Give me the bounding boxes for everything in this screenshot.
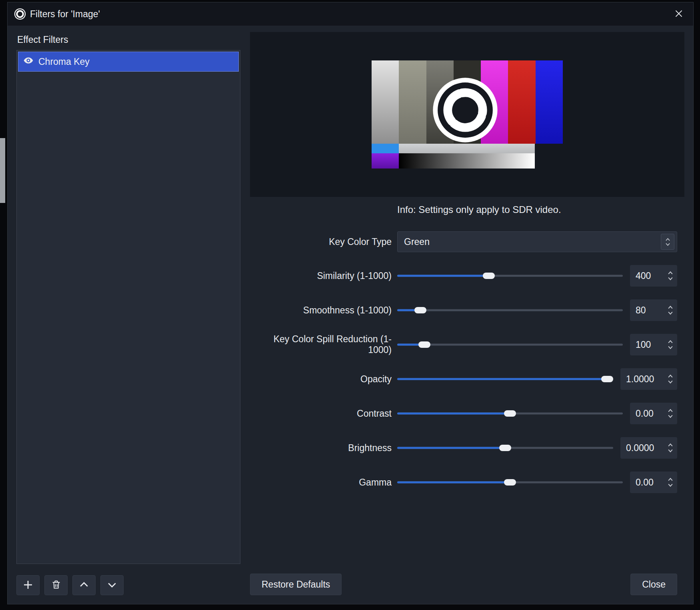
- opacity-slider[interactable]: [397, 368, 613, 390]
- close-button[interactable]: Close: [630, 574, 677, 595]
- contrast-label: Contrast: [250, 408, 397, 419]
- filters-toolbar: [16, 575, 240, 595]
- spin-down-button[interactable]: [668, 483, 673, 487]
- spill-reduction-row: Key Color Spill Reduction (1-1000) 100: [250, 334, 684, 355]
- chevron-down-icon: [106, 579, 118, 592]
- slider-fill: [397, 413, 510, 415]
- spill-reduction-label: Key Color Spill Reduction (1-1000): [250, 334, 397, 355]
- opacity-spinbox[interactable]: 1.0000: [620, 368, 677, 390]
- filter-item-label: Chroma Key: [38, 56, 90, 67]
- spin-up-button[interactable]: [668, 340, 673, 344]
- slider-fill: [397, 447, 505, 449]
- close-window-button[interactable]: [670, 5, 688, 23]
- spin-value: 0.00: [636, 408, 666, 419]
- obs-logo-icon: [14, 8, 26, 20]
- slider-handle[interactable]: [483, 273, 495, 279]
- filter-preview: [250, 32, 684, 197]
- similarity-slider[interactable]: [397, 265, 623, 287]
- dialog-footer: Restore Defaults Close: [250, 574, 684, 595]
- slider-handle[interactable]: [504, 410, 516, 417]
- close-icon: [674, 8, 684, 20]
- filter-settings-panel: Info: Settings only apply to SDR video. …: [250, 32, 684, 595]
- filters-dialog: Filters for 'Image' Effect Filters: [7, 2, 694, 604]
- spin-up-button[interactable]: [668, 271, 673, 275]
- spin-value: 80: [636, 305, 666, 316]
- brightness-row: Brightness 0.0000: [250, 437, 684, 459]
- key-color-type-label: Key Color Type: [250, 237, 397, 247]
- trash-icon: [51, 579, 62, 591]
- spin-up-button[interactable]: [668, 478, 673, 482]
- gamma-spinbox[interactable]: 0.00: [630, 472, 677, 493]
- effect-filters-panel: Effect Filters Chroma Key: [16, 32, 240, 595]
- contrast-spinbox[interactable]: 0.00: [630, 403, 677, 424]
- filter-controls: Key Color Type Green Similarity (1-1000): [250, 231, 684, 506]
- window-title: Filters for 'Image': [30, 9, 100, 20]
- plus-icon: [22, 579, 34, 592]
- spin-down-button[interactable]: [668, 414, 673, 418]
- spin-buttons: [666, 271, 675, 281]
- spill-reduction-spinbox[interactable]: 100: [630, 334, 677, 355]
- gamma-label: Gamma: [250, 477, 397, 488]
- smoothness-label: Smoothness (1-1000): [250, 305, 397, 316]
- move-filter-up-button[interactable]: [72, 575, 96, 595]
- spin-down-button[interactable]: [668, 311, 673, 315]
- gamma-row: Gamma 0.00: [250, 472, 684, 493]
- spin-up-button[interactable]: [668, 409, 673, 413]
- slider-handle[interactable]: [418, 341, 430, 348]
- filter-item-chroma-key[interactable]: Chroma Key: [18, 52, 239, 72]
- spin-up-button[interactable]: [668, 305, 673, 309]
- spin-value: 400: [636, 271, 666, 281]
- contrast-row: Contrast 0.00: [250, 403, 684, 424]
- spin-down-button[interactable]: [668, 345, 673, 349]
- titlebar: Filters for 'Image': [8, 2, 693, 26]
- slider-handle[interactable]: [504, 479, 516, 486]
- spin-buttons: [666, 374, 675, 384]
- brightness-slider[interactable]: [397, 437, 613, 459]
- slider-handle[interactable]: [414, 307, 426, 313]
- add-filter-button[interactable]: [16, 575, 40, 595]
- restore-defaults-button[interactable]: Restore Defaults: [250, 574, 342, 595]
- pattern-strip-gradient: [372, 153, 535, 169]
- spin-down-button[interactable]: [668, 380, 673, 384]
- spin-buttons: [666, 340, 675, 349]
- spin-value: 0.00: [636, 477, 666, 488]
- background-window-sliver: [0, 138, 5, 203]
- slider-fill: [397, 378, 607, 380]
- slider-track: [397, 344, 623, 346]
- similarity-spinbox[interactable]: 400: [630, 265, 677, 287]
- spin-up-button[interactable]: [668, 443, 673, 447]
- spin-value: 100: [636, 339, 666, 350]
- spin-down-button[interactable]: [668, 277, 673, 281]
- spin-buttons: [666, 443, 675, 453]
- spin-value: 1.0000: [626, 374, 666, 385]
- brightness-spinbox[interactable]: 0.0000: [620, 437, 677, 459]
- contrast-slider[interactable]: [397, 403, 623, 424]
- slider-fill: [397, 275, 489, 277]
- slider-handle[interactable]: [601, 376, 613, 382]
- eye-icon[interactable]: [23, 55, 34, 68]
- dialog-body: Effect Filters Chroma Key: [8, 26, 693, 604]
- move-filter-down-button[interactable]: [100, 575, 124, 595]
- opacity-row: Opacity 1.0000: [250, 368, 684, 390]
- key-color-type-row: Key Color Type Green: [250, 231, 684, 252]
- filters-list[interactable]: Chroma Key: [16, 50, 240, 564]
- remove-filter-button[interactable]: [44, 575, 68, 595]
- smoothness-spinbox[interactable]: 80: [630, 299, 677, 321]
- spin-down-button[interactable]: [668, 449, 673, 453]
- gamma-slider[interactable]: [397, 472, 623, 493]
- spin-buttons: [666, 478, 675, 487]
- spin-buttons: [666, 409, 675, 418]
- slider-handle[interactable]: [499, 445, 511, 451]
- preview-test-pattern: [372, 60, 563, 169]
- key-color-type-select[interactable]: Green: [397, 231, 677, 252]
- spill-reduction-slider[interactable]: [397, 334, 623, 355]
- similarity-label: Similarity (1-1000): [250, 271, 397, 281]
- obs-logo: [432, 76, 499, 144]
- smoothness-slider[interactable]: [397, 299, 623, 321]
- spin-buttons: [666, 305, 675, 315]
- slider-track: [397, 309, 623, 311]
- similarity-row: Similarity (1-1000) 400: [250, 265, 684, 287]
- opacity-label: Opacity: [250, 374, 397, 385]
- pattern-strip-gray: [372, 144, 535, 153]
- spin-up-button[interactable]: [668, 374, 673, 378]
